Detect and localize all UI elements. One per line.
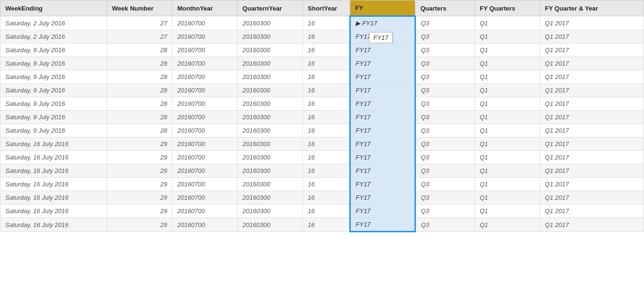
cell-weekending: Saturday, 16 July 2016 xyxy=(0,164,107,178)
header-weekending[interactable]: WeekEnding xyxy=(0,0,107,16)
cell-quarters: Q3 xyxy=(415,30,475,44)
cell-monthnyear: 20160700 xyxy=(172,137,237,151)
cell-fy[interactable]: FY17 xyxy=(350,218,415,232)
cell-fy[interactable]: FY17 xyxy=(350,97,415,111)
cell-fy[interactable]: ▶ FY17 xyxy=(350,16,415,30)
cell-quarters: Q3 xyxy=(415,70,475,84)
cell-monthnyear: 20160700 xyxy=(172,16,237,30)
cell-fy[interactable]: FY17 xyxy=(350,84,415,97)
cell-quarteryear: 20160300 xyxy=(238,97,303,111)
cell-fyquarteryear: Q1 2017 xyxy=(540,164,644,178)
cell-weeknumber: 27 xyxy=(107,30,172,44)
cell-quarters: Q3 xyxy=(415,164,475,178)
table-row: Saturday, 16 July 2016292016070020160300… xyxy=(0,178,644,191)
cell-shortyear: 16 xyxy=(303,84,350,97)
cell-fyquarters: Q1 xyxy=(475,30,540,44)
cell-shortyear: 16 xyxy=(303,124,350,137)
cell-fy[interactable]: FY17 xyxy=(350,205,415,218)
cell-shortyear: 16 xyxy=(303,97,350,111)
table-row: Saturday, 16 July 2016292016070020160300… xyxy=(0,164,644,178)
cell-monthnyear: 20160700 xyxy=(172,124,237,137)
cell-fy[interactable]: FY17 xyxy=(350,70,415,84)
cell-fyquarteryear: Q1 2017 xyxy=(540,205,644,218)
cell-fyquarteryear: Q1 2017 xyxy=(540,137,644,151)
table-row: Saturday, 16 July 2016292016070020160300… xyxy=(0,191,644,205)
header-monthnyear[interactable]: MonthnYear xyxy=(172,0,237,16)
cell-fyquarters: Q1 xyxy=(475,84,540,97)
cell-quarteryear: 20160300 xyxy=(238,218,303,232)
cell-shortyear: 16 xyxy=(303,57,350,70)
header-fy[interactable]: FY xyxy=(350,0,415,16)
cell-fyquarteryear: Q1 2017 xyxy=(540,97,644,111)
table-row: Saturday, 9 July 20162820160700201603001… xyxy=(0,84,644,97)
cell-weekending: Saturday, 16 July 2016 xyxy=(0,178,107,191)
cell-weekending: Saturday, 9 July 2016 xyxy=(0,84,107,97)
cell-weeknumber: 27 xyxy=(107,16,172,30)
cell-monthnyear: 20160700 xyxy=(172,178,237,191)
cell-monthnyear: 20160700 xyxy=(172,164,237,178)
cell-fyquarteryear: Q1 2017 xyxy=(540,151,644,164)
cell-weekending: Saturday, 2 July 2016 xyxy=(0,16,107,30)
cell-monthnyear: 20160700 xyxy=(172,191,237,205)
header-fyquarteryear[interactable]: FY Quarter & Year xyxy=(540,0,644,16)
cell-monthnyear: 20160700 xyxy=(172,44,237,57)
fy-tooltip: FY17 xyxy=(369,32,392,43)
cell-fyquarters: Q1 xyxy=(475,124,540,137)
cell-fyquarteryear: Q1 2017 xyxy=(540,84,644,97)
cell-weeknumber: 28 xyxy=(107,97,172,111)
table-row: Saturday, 9 July 20162820160700201603001… xyxy=(0,97,644,111)
cell-fy[interactable]: FY17 xyxy=(350,111,415,124)
cell-weekending: Saturday, 16 July 2016 xyxy=(0,191,107,205)
cell-quarters: Q3 xyxy=(415,151,475,164)
cell-fy[interactable]: FY17 xyxy=(350,164,415,178)
cell-fy[interactable]: FY17 xyxy=(350,57,415,70)
cell-fyquarters: Q1 xyxy=(475,191,540,205)
cell-quarteryear: 20160300 xyxy=(238,16,303,30)
cell-quarters: Q3 xyxy=(415,124,475,137)
cell-fy[interactable]: FY17 xyxy=(350,137,415,151)
cell-fyquarteryear: Q1 2017 xyxy=(540,191,644,205)
cell-fyquarteryear: Q1 2017 xyxy=(540,178,644,191)
cell-weekending: Saturday, 2 July 2016 xyxy=(0,30,107,44)
cell-quarters: Q3 xyxy=(415,44,475,57)
cell-weekending: Saturday, 9 July 2016 xyxy=(0,97,107,111)
cell-quarteryear: 20160300 xyxy=(238,44,303,57)
cell-weekending: Saturday, 9 July 2016 xyxy=(0,124,107,137)
cell-quarters: Q3 xyxy=(415,97,475,111)
cell-monthnyear: 20160700 xyxy=(172,84,237,97)
cell-fy[interactable]: FY17 xyxy=(350,191,415,205)
header-fyquarters[interactable]: FY Quarters xyxy=(475,0,540,16)
cell-fyquarteryear: Q1 2017 xyxy=(540,124,644,137)
header-weeknumber[interactable]: Week Number xyxy=(107,0,172,16)
cell-fy[interactable]: FY17 xyxy=(350,44,415,57)
cell-weeknumber: 29 xyxy=(107,151,172,164)
cell-weeknumber: 28 xyxy=(107,57,172,70)
cell-monthnyear: 20160700 xyxy=(172,70,237,84)
cell-fy[interactable]: FY17FY17 xyxy=(350,30,415,44)
cell-monthnyear: 20160700 xyxy=(172,30,237,44)
table-row: Saturday, 16 July 2016292016070020160300… xyxy=(0,151,644,164)
cell-weekending: Saturday, 9 July 2016 xyxy=(0,57,107,70)
header-quarteryear[interactable]: QuarternYear xyxy=(238,0,303,16)
cell-weeknumber: 29 xyxy=(107,205,172,218)
cell-quarteryear: 20160300 xyxy=(238,151,303,164)
cell-quarteryear: 20160300 xyxy=(238,84,303,97)
cell-weeknumber: 28 xyxy=(107,84,172,97)
cell-quarteryear: 20160300 xyxy=(238,137,303,151)
table-row: Saturday, 2 July 20162720160700201603001… xyxy=(0,30,644,44)
cell-shortyear: 16 xyxy=(303,164,350,178)
data-table: WeekEnding Week Number MonthnYear Quarte… xyxy=(0,0,644,285)
header-quarters[interactable]: Quarters xyxy=(415,0,475,16)
cell-shortyear: 16 xyxy=(303,191,350,205)
table-row: Saturday, 9 July 20162820160700201603001… xyxy=(0,111,644,124)
cell-monthnyear: 20160700 xyxy=(172,57,237,70)
cell-weeknumber: 28 xyxy=(107,124,172,137)
cell-fy[interactable]: FY17 xyxy=(350,151,415,164)
cell-fy[interactable]: FY17 xyxy=(350,124,415,137)
cell-shortyear: 16 xyxy=(303,16,350,30)
header-shortyear[interactable]: ShortYear xyxy=(303,0,350,16)
cell-fyquarters: Q1 xyxy=(475,57,540,70)
cell-quarteryear: 20160300 xyxy=(238,30,303,44)
cell-fy[interactable]: FY17 xyxy=(350,178,415,191)
cell-monthnyear: 20160700 xyxy=(172,218,237,232)
